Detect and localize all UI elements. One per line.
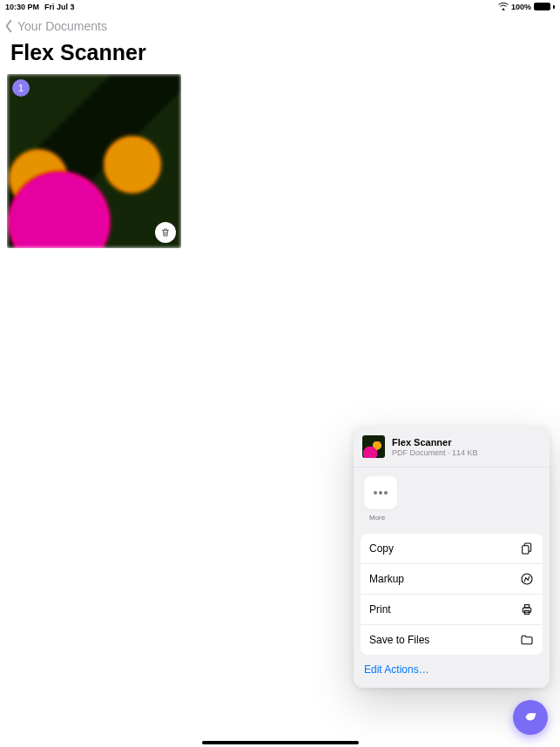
svg-rect-4	[523, 608, 530, 612]
folder-icon	[520, 633, 534, 647]
edit-actions-button[interactable]: Edit Actions…	[354, 655, 550, 688]
battery-percent: 100%	[511, 3, 531, 11]
action-copy[interactable]: Copy	[361, 534, 543, 564]
page-title: Flex Scanner	[0, 33, 560, 71]
thumbnail-image	[7, 74, 181, 248]
action-print[interactable]: Print	[361, 595, 543, 625]
back-label: Your Documents	[17, 19, 107, 33]
action-save-files[interactable]: Save to Files	[361, 625, 543, 655]
action-markup-label: Markup	[369, 573, 404, 585]
more-apps-label: More	[364, 514, 539, 522]
home-indicator[interactable]	[202, 741, 359, 744]
share-action-list: Copy Markup Print Save to Files	[361, 534, 543, 655]
share-thumb	[362, 435, 385, 458]
more-apps-button[interactable]	[364, 476, 397, 509]
page-count-badge: 1	[12, 79, 30, 97]
markup-icon	[520, 572, 534, 586]
back-button[interactable]: Your Documents	[0, 12, 560, 33]
copy-icon	[520, 542, 534, 555]
svg-point-0	[503, 9, 504, 10]
svg-rect-2	[523, 546, 529, 554]
status-bar: 10:30 PM Fri Jul 3 100%	[0, 0, 560, 12]
document-thumbnail[interactable]: 1	[7, 74, 181, 248]
print-icon	[520, 602, 534, 616]
wifi-icon	[498, 3, 509, 10]
action-copy-label: Copy	[369, 542, 394, 555]
share-icon	[523, 710, 538, 725]
share-doc-title: Flex Scanner	[392, 437, 478, 448]
action-save-label: Save to Files	[369, 634, 429, 646]
share-header: Flex Scanner PDF Document · 114 KB	[354, 427, 550, 468]
status-date: Fri Jul 3	[44, 3, 75, 11]
more-icon	[374, 491, 388, 495]
chevron-left-icon	[3, 19, 14, 33]
battery-icon	[534, 3, 550, 10]
svg-rect-5	[524, 605, 529, 608]
share-doc-subtitle: PDF Document · 114 KB	[392, 448, 478, 457]
action-print-label: Print	[369, 603, 391, 616]
trash-icon	[160, 227, 171, 238]
share-fab[interactable]	[513, 700, 548, 735]
share-sheet: Flex Scanner PDF Document · 114 KB More …	[354, 427, 550, 688]
status-time: 10:30 PM	[5, 3, 39, 11]
action-markup[interactable]: Markup	[361, 564, 543, 595]
delete-button[interactable]	[155, 222, 176, 243]
